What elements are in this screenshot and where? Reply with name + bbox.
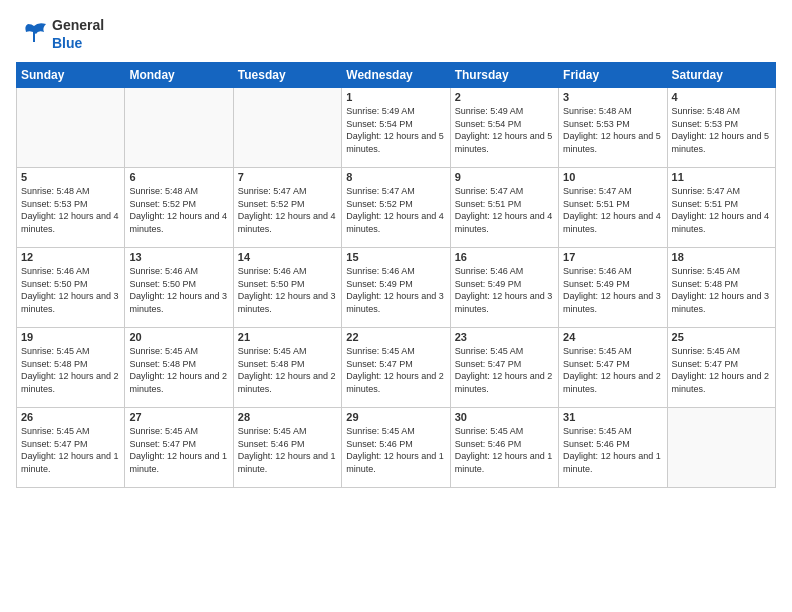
day-number: 2 [455, 91, 554, 103]
day-number: 22 [346, 331, 445, 343]
logo-blue: Blue [52, 35, 82, 51]
day-number: 17 [563, 251, 662, 263]
calendar-cell: 13Sunrise: 5:46 AMSunset: 5:50 PMDayligh… [125, 248, 233, 328]
calendar-cell: 21Sunrise: 5:45 AMSunset: 5:48 PMDayligh… [233, 328, 341, 408]
day-info: Sunrise: 5:45 AMSunset: 5:48 PMDaylight:… [21, 345, 120, 395]
day-info: Sunrise: 5:45 AMSunset: 5:48 PMDaylight:… [672, 265, 771, 315]
calendar-cell: 22Sunrise: 5:45 AMSunset: 5:47 PMDayligh… [342, 328, 450, 408]
day-info: Sunrise: 5:48 AMSunset: 5:53 PMDaylight:… [21, 185, 120, 235]
day-info: Sunrise: 5:46 AMSunset: 5:50 PMDaylight:… [21, 265, 120, 315]
day-info: Sunrise: 5:45 AMSunset: 5:47 PMDaylight:… [129, 425, 228, 475]
calendar-cell [233, 88, 341, 168]
calendar-cell: 30Sunrise: 5:45 AMSunset: 5:46 PMDayligh… [450, 408, 558, 488]
day-number: 1 [346, 91, 445, 103]
day-info: Sunrise: 5:48 AMSunset: 5:52 PMDaylight:… [129, 185, 228, 235]
day-number: 19 [21, 331, 120, 343]
header: General Blue [16, 16, 776, 52]
calendar-cell: 10Sunrise: 5:47 AMSunset: 5:51 PMDayligh… [559, 168, 667, 248]
calendar-cell [125, 88, 233, 168]
day-info: Sunrise: 5:45 AMSunset: 5:47 PMDaylight:… [672, 345, 771, 395]
calendar-cell: 5Sunrise: 5:48 AMSunset: 5:53 PMDaylight… [17, 168, 125, 248]
day-info: Sunrise: 5:45 AMSunset: 5:48 PMDaylight:… [129, 345, 228, 395]
calendar-cell: 26Sunrise: 5:45 AMSunset: 5:47 PMDayligh… [17, 408, 125, 488]
calendar-cell: 23Sunrise: 5:45 AMSunset: 5:47 PMDayligh… [450, 328, 558, 408]
calendar-cell: 29Sunrise: 5:45 AMSunset: 5:46 PMDayligh… [342, 408, 450, 488]
day-number: 29 [346, 411, 445, 423]
day-number: 7 [238, 171, 337, 183]
col-header-thursday: Thursday [450, 63, 558, 88]
calendar-cell: 25Sunrise: 5:45 AMSunset: 5:47 PMDayligh… [667, 328, 775, 408]
col-header-saturday: Saturday [667, 63, 775, 88]
calendar-cell: 4Sunrise: 5:48 AMSunset: 5:53 PMDaylight… [667, 88, 775, 168]
day-number: 26 [21, 411, 120, 423]
calendar-cell: 17Sunrise: 5:46 AMSunset: 5:49 PMDayligh… [559, 248, 667, 328]
calendar-cell: 7Sunrise: 5:47 AMSunset: 5:52 PMDaylight… [233, 168, 341, 248]
day-number: 25 [672, 331, 771, 343]
day-info: Sunrise: 5:45 AMSunset: 5:47 PMDaylight:… [346, 345, 445, 395]
day-number: 5 [21, 171, 120, 183]
day-number: 20 [129, 331, 228, 343]
col-header-sunday: Sunday [17, 63, 125, 88]
day-number: 8 [346, 171, 445, 183]
day-number: 16 [455, 251, 554, 263]
calendar-week-2: 5Sunrise: 5:48 AMSunset: 5:53 PMDaylight… [17, 168, 776, 248]
day-info: Sunrise: 5:47 AMSunset: 5:52 PMDaylight:… [346, 185, 445, 235]
day-info: Sunrise: 5:45 AMSunset: 5:48 PMDaylight:… [238, 345, 337, 395]
calendar-week-3: 12Sunrise: 5:46 AMSunset: 5:50 PMDayligh… [17, 248, 776, 328]
logo: General Blue [16, 16, 104, 52]
day-info: Sunrise: 5:45 AMSunset: 5:46 PMDaylight:… [238, 425, 337, 475]
day-number: 11 [672, 171, 771, 183]
col-header-monday: Monday [125, 63, 233, 88]
col-header-tuesday: Tuesday [233, 63, 341, 88]
day-number: 27 [129, 411, 228, 423]
day-info: Sunrise: 5:45 AMSunset: 5:47 PMDaylight:… [455, 345, 554, 395]
calendar-cell: 31Sunrise: 5:45 AMSunset: 5:46 PMDayligh… [559, 408, 667, 488]
calendar-cell [667, 408, 775, 488]
col-header-wednesday: Wednesday [342, 63, 450, 88]
calendar-header-row: SundayMondayTuesdayWednesdayThursdayFrid… [17, 63, 776, 88]
calendar-cell: 18Sunrise: 5:45 AMSunset: 5:48 PMDayligh… [667, 248, 775, 328]
day-info: Sunrise: 5:46 AMSunset: 5:50 PMDaylight:… [129, 265, 228, 315]
calendar-cell: 15Sunrise: 5:46 AMSunset: 5:49 PMDayligh… [342, 248, 450, 328]
day-number: 6 [129, 171, 228, 183]
day-number: 9 [455, 171, 554, 183]
page-container: General Blue SundayMondayTuesdayWednesda… [0, 0, 792, 612]
day-info: Sunrise: 5:45 AMSunset: 5:47 PMDaylight:… [563, 345, 662, 395]
day-number: 21 [238, 331, 337, 343]
day-info: Sunrise: 5:47 AMSunset: 5:51 PMDaylight:… [672, 185, 771, 235]
day-info: Sunrise: 5:45 AMSunset: 5:46 PMDaylight:… [455, 425, 554, 475]
day-info: Sunrise: 5:46 AMSunset: 5:49 PMDaylight:… [455, 265, 554, 315]
day-number: 18 [672, 251, 771, 263]
day-number: 14 [238, 251, 337, 263]
day-number: 13 [129, 251, 228, 263]
day-number: 24 [563, 331, 662, 343]
calendar-cell: 20Sunrise: 5:45 AMSunset: 5:48 PMDayligh… [125, 328, 233, 408]
calendar-cell: 19Sunrise: 5:45 AMSunset: 5:48 PMDayligh… [17, 328, 125, 408]
day-number: 4 [672, 91, 771, 103]
calendar-cell: 24Sunrise: 5:45 AMSunset: 5:47 PMDayligh… [559, 328, 667, 408]
day-info: Sunrise: 5:45 AMSunset: 5:46 PMDaylight:… [346, 425, 445, 475]
calendar-cell: 6Sunrise: 5:48 AMSunset: 5:52 PMDaylight… [125, 168, 233, 248]
day-number: 10 [563, 171, 662, 183]
calendar-week-4: 19Sunrise: 5:45 AMSunset: 5:48 PMDayligh… [17, 328, 776, 408]
col-header-friday: Friday [559, 63, 667, 88]
day-number: 12 [21, 251, 120, 263]
calendar-cell: 2Sunrise: 5:49 AMSunset: 5:54 PMDaylight… [450, 88, 558, 168]
day-info: Sunrise: 5:46 AMSunset: 5:49 PMDaylight:… [563, 265, 662, 315]
day-number: 28 [238, 411, 337, 423]
logo-bird-icon [16, 16, 52, 52]
calendar-cell: 8Sunrise: 5:47 AMSunset: 5:52 PMDaylight… [342, 168, 450, 248]
day-info: Sunrise: 5:48 AMSunset: 5:53 PMDaylight:… [563, 105, 662, 155]
calendar-week-5: 26Sunrise: 5:45 AMSunset: 5:47 PMDayligh… [17, 408, 776, 488]
day-number: 3 [563, 91, 662, 103]
day-number: 31 [563, 411, 662, 423]
day-info: Sunrise: 5:45 AMSunset: 5:46 PMDaylight:… [563, 425, 662, 475]
day-info: Sunrise: 5:47 AMSunset: 5:52 PMDaylight:… [238, 185, 337, 235]
day-info: Sunrise: 5:48 AMSunset: 5:53 PMDaylight:… [672, 105, 771, 155]
day-info: Sunrise: 5:45 AMSunset: 5:47 PMDaylight:… [21, 425, 120, 475]
calendar-cell: 9Sunrise: 5:47 AMSunset: 5:51 PMDaylight… [450, 168, 558, 248]
calendar-cell [17, 88, 125, 168]
calendar-week-1: 1Sunrise: 5:49 AMSunset: 5:54 PMDaylight… [17, 88, 776, 168]
calendar-cell: 28Sunrise: 5:45 AMSunset: 5:46 PMDayligh… [233, 408, 341, 488]
day-info: Sunrise: 5:46 AMSunset: 5:49 PMDaylight:… [346, 265, 445, 315]
